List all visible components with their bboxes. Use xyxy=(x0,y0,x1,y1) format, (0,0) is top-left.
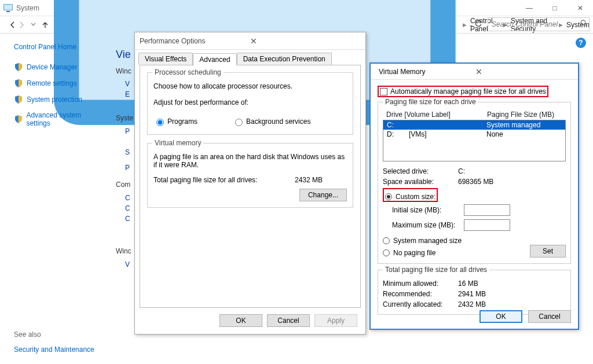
drive-row[interactable]: D: [VMs] None xyxy=(383,130,565,139)
set-button[interactable]: Set xyxy=(530,245,566,258)
size-col-header: Paging File Size (MB) xyxy=(487,111,562,119)
ok-button[interactable]: OK xyxy=(479,310,522,323)
radio-no-paging-file[interactable]: No paging file xyxy=(383,249,530,257)
search-input[interactable] xyxy=(490,20,580,29)
truncated-text: Winc xyxy=(116,247,131,255)
nav-forward-button[interactable] xyxy=(17,19,25,31)
initial-size-input[interactable] xyxy=(464,204,510,216)
svg-rect-2 xyxy=(6,11,10,12)
control-panel-home-link[interactable]: Control Panel Home xyxy=(14,43,104,51)
maximum-size-input[interactable] xyxy=(464,219,510,231)
refresh-button[interactable] xyxy=(473,20,484,30)
help-icon[interactable]: ? xyxy=(576,38,586,48)
truncated-text: C xyxy=(125,204,130,212)
group-description: Choose how to allocate processor resourc… xyxy=(153,82,347,90)
see-also-label: See also xyxy=(14,330,94,339)
min-allowed-label: Minimum allowed: xyxy=(383,280,458,288)
radio-custom-size[interactable]: Custom size: xyxy=(385,193,435,201)
security-maintenance-link[interactable]: Security and Maintenance xyxy=(14,345,94,354)
truncated-text: Winc xyxy=(116,67,131,75)
truncated-text: Syste xyxy=(116,114,133,122)
truncated-text: S xyxy=(125,148,130,156)
svg-rect-1 xyxy=(4,5,12,10)
radio-label: Programs xyxy=(167,117,197,126)
dialog-titlebar[interactable]: Virtual Memory ✕ xyxy=(371,64,578,80)
tab-visual-effects[interactable]: Visual Effects xyxy=(138,53,193,65)
sidebar-item[interactable]: Advanced system settings xyxy=(14,111,104,127)
adjust-label: Adjust for best performance of: xyxy=(153,98,347,106)
truncated-text: P xyxy=(125,127,130,135)
truncated-heading: Vie xyxy=(116,49,131,61)
nav-up-button[interactable] xyxy=(41,19,49,31)
cancel-button[interactable]: Cancel xyxy=(267,314,310,327)
recommended-label: Recommended: xyxy=(383,290,458,298)
radio-input[interactable] xyxy=(156,119,164,126)
search-icon[interactable] xyxy=(580,20,588,29)
see-also-section: See also Security and Maintenance xyxy=(14,330,94,354)
drive-size: None xyxy=(486,130,562,138)
drive-letter: D: xyxy=(387,130,409,138)
currently-allocated-label: Currently allocated: xyxy=(383,300,458,308)
dialog-title: Virtual Memory xyxy=(379,68,471,76)
auto-manage-checkbox[interactable] xyxy=(380,88,387,95)
radio-label: Background services xyxy=(246,117,310,126)
space-available-value: 698365 MB xyxy=(458,178,493,186)
cancel-button[interactable]: Cancel xyxy=(528,310,571,323)
close-button[interactable]: ✕ xyxy=(568,0,593,16)
system-protection-link[interactable]: System protection xyxy=(27,95,82,104)
remote-settings-link[interactable]: Remote settings xyxy=(27,79,77,87)
drive-row[interactable]: C: System managed xyxy=(383,120,565,130)
left-panel: Control Panel Home Device Manager Remote… xyxy=(0,34,115,364)
min-allowed-value: 16 MB xyxy=(458,280,478,288)
drive-table[interactable]: C: System managed D: [VMs] None xyxy=(383,120,566,161)
dialog-titlebar[interactable]: Performance Options ✕ xyxy=(135,32,365,50)
auto-manage-row[interactable]: Automatically manage paging file size fo… xyxy=(378,86,548,97)
group-legend: Virtual memory xyxy=(152,139,203,147)
radio-label: No paging file xyxy=(393,249,435,257)
total-paging-value: 2432 MB xyxy=(295,176,347,184)
radio-input[interactable] xyxy=(235,119,243,126)
radio-programs[interactable]: Programs xyxy=(153,117,197,126)
recent-dropdown[interactable] xyxy=(26,21,41,29)
total-paging-label: Total paging file size for all drives: xyxy=(153,176,295,184)
sidebar-item[interactable]: Device Manager xyxy=(14,62,104,72)
device-manager-link[interactable]: Device Manager xyxy=(27,63,77,71)
auto-manage-label: Automatically manage paging file size fo… xyxy=(390,87,546,95)
truncated-text: P xyxy=(125,164,130,172)
apply-button[interactable]: Apply xyxy=(314,314,357,327)
drive-label: [VMs] xyxy=(409,130,486,138)
recommended-value: 2941 MB xyxy=(458,290,486,298)
paging-file-group: Paging file size for each drive Drive [V… xyxy=(378,102,571,264)
drive-label xyxy=(409,121,486,129)
truncated-text: E xyxy=(125,90,130,98)
truncated-text: V xyxy=(125,260,130,269)
nav-back-button[interactable] xyxy=(8,19,17,31)
truncated-text: C xyxy=(125,194,130,202)
radio-background-services[interactable]: Background services xyxy=(232,117,310,126)
radio-system-managed[interactable]: System managed size xyxy=(383,237,566,245)
search-box[interactable] xyxy=(488,17,590,31)
drive-letter: C: xyxy=(387,121,409,129)
advanced-settings-link[interactable]: Advanced system settings xyxy=(26,111,104,127)
space-available-label: Space available: xyxy=(383,178,458,186)
minimize-button[interactable]: — xyxy=(517,0,542,16)
selected-drive-value: C: xyxy=(458,167,465,175)
maximize-button[interactable]: □ xyxy=(542,0,568,16)
selected-drive-label: Selected drive: xyxy=(383,167,458,175)
close-icon[interactable]: ✕ xyxy=(471,67,572,76)
close-icon[interactable]: ✕ xyxy=(246,36,361,46)
truncated-text: Com xyxy=(116,181,130,189)
maximum-size-label: Maximum size (MB): xyxy=(392,221,460,229)
tab-advanced[interactable]: Advanced xyxy=(193,53,236,65)
processor-scheduling-group: Processor scheduling Choose how to alloc… xyxy=(147,72,353,135)
tab-dep[interactable]: Data Execution Prevention xyxy=(237,53,332,65)
nav-row: ▶ Control Panel ▶ System and Security ▶ … xyxy=(0,16,593,34)
truncated-text: C xyxy=(125,215,130,223)
virtual-memory-dialog: Virtual Memory ✕ Automatically manage pa… xyxy=(369,62,579,330)
sidebar-item[interactable]: Remote settings xyxy=(14,79,104,88)
monitor-icon xyxy=(3,4,13,12)
drive-col-header: Drive [Volume Label] xyxy=(386,111,487,119)
sidebar-item[interactable]: System protection xyxy=(14,95,104,104)
change-button[interactable]: Change... xyxy=(299,189,347,201)
ok-button[interactable]: OK xyxy=(219,314,262,327)
